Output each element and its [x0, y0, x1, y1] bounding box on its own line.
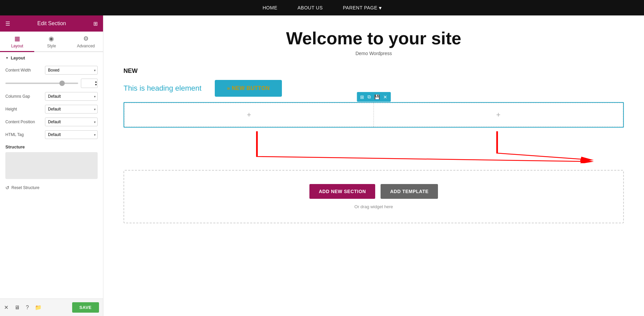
- tab-style[interactable]: ◉ Style: [34, 32, 68, 52]
- top-navigation: HOME ABOUT US PARENT PAGE ▾: [0, 0, 644, 15]
- tab-style-label: Style: [47, 44, 56, 48]
- hamburger-icon[interactable]: ☰: [5, 20, 10, 27]
- height-row: Height Default Fit To Screen Min Height …: [0, 103, 103, 116]
- main-wrapper: ☰ Edit Section ⊞ ▦ Layout ◉ Style ⚙ Adva…: [0, 15, 644, 316]
- section-new-label: NEW: [103, 63, 644, 77]
- site-title: Welcome to your site: [110, 29, 637, 48]
- slider-number-input: ▲ ▼: [81, 79, 98, 88]
- two-column-row: + +: [124, 103, 623, 127]
- site-subtitle: Demo Wordpress: [110, 51, 637, 56]
- toolbar-save-icon[interactable]: 💾: [373, 93, 381, 100]
- reset-icon: ↺: [5, 185, 9, 190]
- toolbar-edit-icon[interactable]: ⊞: [359, 93, 365, 100]
- tab-advanced[interactable]: ⚙ Advanced: [69, 32, 103, 52]
- structure-section: Structure: [0, 141, 103, 182]
- add-widget-right-icon: +: [496, 110, 501, 119]
- annotation-arrows: [123, 130, 624, 163]
- section-toolbar: ⊞ ⧉ 💾 ✕: [357, 92, 391, 102]
- add-new-section-button[interactable]: ADD NEW SECTION: [309, 184, 376, 199]
- folder-icon[interactable]: 📁: [35, 304, 42, 311]
- width-slider-row: ▲ ▼: [0, 77, 103, 90]
- html-tag-row: HTML Tag Default div section ▾: [0, 128, 103, 141]
- advanced-icon: ⚙: [83, 35, 89, 42]
- slider-value-input[interactable]: [83, 81, 94, 86]
- empty-section-buttons: ADD NEW SECTION ADD TEMPLATE: [309, 184, 438, 199]
- nav-about[interactable]: ABOUT US: [297, 5, 323, 10]
- chevron-icon: ▼: [5, 56, 9, 60]
- add-widget-left-icon: +: [247, 110, 251, 119]
- height-select-wrap: Default Fit To Screen Min Height ▾: [45, 105, 98, 114]
- save-button[interactable]: SAVE: [72, 302, 99, 313]
- help-icon[interactable]: ?: [26, 305, 29, 311]
- html-tag-select-wrap: Default div section ▾: [45, 130, 98, 139]
- tab-layout-label: Layout: [11, 44, 23, 48]
- structure-label: Structure: [5, 144, 98, 149]
- nav-parent-page[interactable]: PARENT PAGE ▾: [343, 5, 382, 11]
- sidebar-title: Edit Section: [37, 20, 66, 27]
- column-left[interactable]: +: [124, 103, 374, 127]
- content-position-row: Content Position Default Top Middle Bott…: [0, 116, 103, 128]
- blue-section: ⊞ ⧉ 💾 ✕ + +: [123, 102, 624, 128]
- sidebar-header: ☰ Edit Section ⊞: [0, 15, 103, 32]
- slider-arrows[interactable]: ▲ ▼: [95, 80, 97, 86]
- column-right[interactable]: +: [374, 103, 623, 127]
- sidebar: ☰ Edit Section ⊞ ▦ Layout ◉ Style ⚙ Adva…: [0, 15, 103, 316]
- layout-icon: ▦: [14, 35, 20, 42]
- height-label: Height: [5, 107, 42, 111]
- canvas-area: Welcome to your site Demo Wordpress NEW …: [103, 15, 644, 316]
- content-position-label: Content Position: [5, 120, 42, 124]
- sidebar-bottom-bar: ✕ 🖥 ? 📁 SAVE: [0, 299, 103, 316]
- content-width-label: Content Width: [5, 68, 42, 73]
- empty-section: ADD NEW SECTION ADD TEMPLATE Or drag wid…: [123, 170, 624, 223]
- content-position-select-wrap: Default Top Middle Bottom ▾: [45, 118, 98, 126]
- red-arrows-svg: [123, 130, 624, 163]
- toolbar-close-icon[interactable]: ✕: [382, 93, 389, 100]
- grid-icon[interactable]: ⊞: [93, 20, 98, 27]
- height-select[interactable]: Default Fit To Screen Min Height: [45, 105, 98, 114]
- html-tag-label: HTML Tag: [5, 132, 42, 137]
- columns-gap-select[interactable]: Default No Gap Narrow Wide: [45, 92, 98, 101]
- nav-home[interactable]: HOME: [262, 5, 277, 10]
- layout-section-header[interactable]: ▼ Layout: [0, 52, 103, 64]
- add-template-button[interactable]: ADD TEMPLATE: [381, 184, 438, 199]
- site-header: Welcome to your site Demo Wordpress: [103, 15, 644, 63]
- heading-element: This is heading element: [123, 84, 201, 93]
- columns-gap-row: Columns Gap Default No Gap Narrow Wide ▾: [0, 90, 103, 103]
- drag-hint: Or drag widget here: [354, 204, 393, 209]
- bottom-icons: ✕ 🖥 ? 📁: [4, 304, 42, 311]
- content-position-select[interactable]: Default Top Middle Bottom: [45, 118, 98, 126]
- content-width-row: Content Width Boxed Full Width ▾: [0, 64, 103, 77]
- width-slider[interactable]: [5, 83, 78, 84]
- columns-gap-label: Columns Gap: [5, 94, 42, 99]
- layout-section-label: Layout: [11, 55, 25, 60]
- content-width-select[interactable]: Boxed Full Width: [45, 66, 98, 75]
- new-button[interactable]: » NEW BUTTON: [215, 80, 282, 97]
- close-icon[interactable]: ✕: [4, 304, 8, 311]
- html-tag-select[interactable]: Default div section: [45, 130, 98, 139]
- desktop-icon[interactable]: 🖥: [14, 305, 20, 311]
- sidebar-panel-content: ▼ Layout Content Width Boxed Full Width …: [0, 52, 103, 299]
- content-width-select-wrap: Boxed Full Width ▾: [45, 66, 98, 75]
- columns-gap-select-wrap: Default No Gap Narrow Wide ▾: [45, 92, 98, 101]
- style-icon: ◉: [49, 35, 54, 42]
- chevron-down-icon: ▾: [379, 5, 382, 11]
- reset-structure-label: Reset Structure: [11, 185, 39, 190]
- reset-structure-btn[interactable]: ↺ Reset Structure: [0, 182, 103, 193]
- nav-parent-page-link[interactable]: PARENT PAGE: [343, 5, 378, 10]
- sidebar-tabs: ▦ Layout ◉ Style ⚙ Advanced: [0, 32, 103, 52]
- structure-preview: [5, 152, 98, 179]
- tab-advanced-label: Advanced: [77, 44, 95, 48]
- toolbar-copy-icon[interactable]: ⧉: [366, 93, 372, 100]
- tab-layout[interactable]: ▦ Layout: [0, 32, 34, 52]
